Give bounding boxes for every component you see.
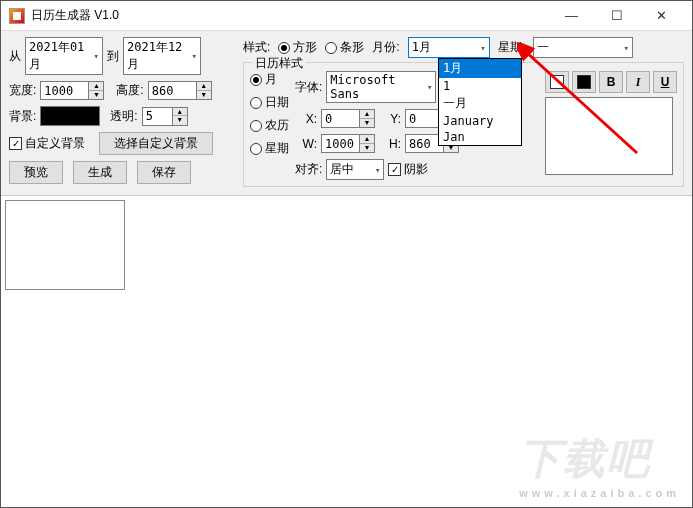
spin-buttons[interactable]: ▲▼ — [196, 81, 212, 100]
chevron-down-icon: ▾ — [624, 43, 629, 53]
watermark: 下载吧 www.xiazaiba.com — [519, 431, 680, 499]
italic-button[interactable]: I — [626, 71, 650, 93]
shadow-checkbox[interactable]: ✓ 阴影 — [388, 161, 428, 178]
dropdown-option[interactable]: 1月 — [439, 59, 521, 78]
style-preview-box — [545, 97, 673, 175]
window-title: 日历生成器 V1.0 — [31, 7, 549, 24]
chevron-down-icon: ▾ — [94, 51, 99, 61]
w-input[interactable] — [321, 134, 359, 153]
calendar-preview — [5, 200, 125, 290]
font-value: Microsoft Sans — [330, 73, 425, 101]
close-button[interactable]: ✕ — [639, 1, 684, 31]
fg-color-button[interactable] — [545, 71, 569, 93]
group-title: 日历样式 — [252, 55, 306, 72]
radio-icon — [278, 42, 290, 54]
opacity-label: 透明: — [110, 108, 137, 125]
width-stepper[interactable]: ▲▼ — [40, 81, 104, 100]
bg-label: 背景: — [9, 108, 36, 125]
y-label: Y: — [379, 112, 401, 126]
to-label: 到 — [107, 48, 119, 65]
from-date-value: 2021年01月 — [29, 39, 92, 73]
week-label: 星期: — [498, 39, 525, 56]
align-combo[interactable]: 居中▾ — [326, 159, 384, 180]
height-input[interactable] — [148, 81, 196, 100]
month-dropdown-list[interactable]: 1月 1 一月 January Jan — [438, 58, 522, 146]
to-date-value: 2021年12月 — [127, 39, 190, 73]
dropdown-option[interactable]: January — [439, 113, 521, 129]
generate-button[interactable]: 生成 — [73, 161, 127, 184]
radio-month[interactable]: 月 — [250, 71, 289, 88]
from-label: 从 — [9, 48, 21, 65]
align-label: 对齐: — [295, 161, 322, 178]
white-swatch-icon — [550, 75, 564, 89]
element-radios: 月 日期 农历 星期 — [250, 67, 289, 180]
radio-date[interactable]: 日期 — [250, 94, 289, 111]
x-label: X: — [295, 112, 317, 126]
w-stepper[interactable]: ▲▼ — [321, 134, 375, 153]
radio-icon — [250, 74, 262, 86]
font-label: 字体: — [295, 79, 322, 96]
shadow-label: 阴影 — [404, 161, 428, 178]
save-button[interactable]: 保存 — [137, 161, 191, 184]
week-value: 一 — [537, 39, 549, 56]
titlebar: 日历生成器 V1.0 — ☐ ✕ — [1, 1, 692, 31]
app-icon — [9, 8, 25, 24]
x-stepper[interactable]: ▲▼ — [321, 109, 375, 128]
chevron-down-icon: ▾ — [427, 82, 432, 92]
radio-icon — [250, 120, 262, 132]
spin-buttons[interactable]: ▲▼ — [172, 107, 188, 126]
from-date-combo[interactable]: 2021年01月▾ — [25, 37, 103, 75]
dropdown-option[interactable]: 1 — [439, 78, 521, 94]
radio-week[interactable]: 星期 — [250, 140, 289, 157]
bold-button[interactable]: B — [599, 71, 623, 93]
x-input[interactable] — [321, 109, 359, 128]
custom-bg-label: 自定义背景 — [25, 135, 85, 152]
to-date-combo[interactable]: 2021年12月▾ — [123, 37, 201, 75]
left-column: 从 2021年01月▾ 到 2021年12月▾ 宽度: ▲▼ 高度: ▲▼ 背景… — [9, 37, 237, 187]
black-swatch-icon — [577, 75, 591, 89]
bg-color-button[interactable] — [572, 71, 596, 93]
dropdown-option[interactable]: 一月 — [439, 94, 521, 113]
chevron-down-icon: ▾ — [192, 51, 197, 61]
height-stepper[interactable]: ▲▼ — [148, 81, 212, 100]
width-input[interactable] — [40, 81, 88, 100]
window-buttons: — ☐ ✕ — [549, 1, 684, 31]
opacity-input[interactable] — [142, 107, 172, 126]
choose-bg-button[interactable]: 选择自定义背景 — [99, 132, 213, 155]
watermark-url: www.xiazaiba.com — [519, 487, 680, 499]
h-label: H: — [379, 137, 401, 151]
underline-button[interactable]: U — [653, 71, 677, 93]
chevron-down-icon: ▾ — [480, 43, 485, 53]
checkbox-icon: ✓ — [388, 163, 401, 176]
week-combo[interactable]: 一▾ — [533, 37, 633, 58]
month-combo[interactable]: 1月▾ — [408, 37, 490, 58]
month-label: 月份: — [372, 39, 399, 56]
watermark-text: 下载吧 — [519, 435, 651, 482]
radio-icon — [325, 42, 337, 54]
style-label: 样式: — [243, 39, 270, 56]
preview-button[interactable]: 预览 — [9, 161, 63, 184]
radio-lunar[interactable]: 农历 — [250, 117, 289, 134]
opacity-stepper[interactable]: ▲▼ — [142, 107, 188, 126]
spin-buttons[interactable]: ▲▼ — [88, 81, 104, 100]
bg-color-picker[interactable] — [40, 106, 100, 126]
dropdown-option[interactable]: Jan — [439, 129, 521, 145]
custom-bg-checkbox[interactable]: ✓ 自定义背景 — [9, 135, 85, 152]
month-value: 1月 — [412, 39, 431, 56]
control-panel: 从 2021年01月▾ 到 2021年12月▾ 宽度: ▲▼ 高度: ▲▼ 背景… — [1, 31, 692, 196]
maximize-button[interactable]: ☐ — [594, 1, 639, 31]
w-label: W: — [295, 137, 317, 151]
radio-bar[interactable]: 条形 — [325, 39, 364, 56]
font-combo[interactable]: Microsoft Sans▾ — [326, 71, 436, 103]
radio-icon — [250, 97, 262, 109]
height-label: 高度: — [116, 82, 143, 99]
minimize-button[interactable]: — — [549, 1, 594, 31]
chevron-down-icon: ▾ — [375, 165, 380, 175]
width-label: 宽度: — [9, 82, 36, 99]
radio-icon — [250, 143, 262, 155]
radio-square[interactable]: 方形 — [278, 39, 317, 56]
checkbox-icon: ✓ — [9, 137, 22, 150]
align-value: 居中 — [330, 161, 354, 178]
